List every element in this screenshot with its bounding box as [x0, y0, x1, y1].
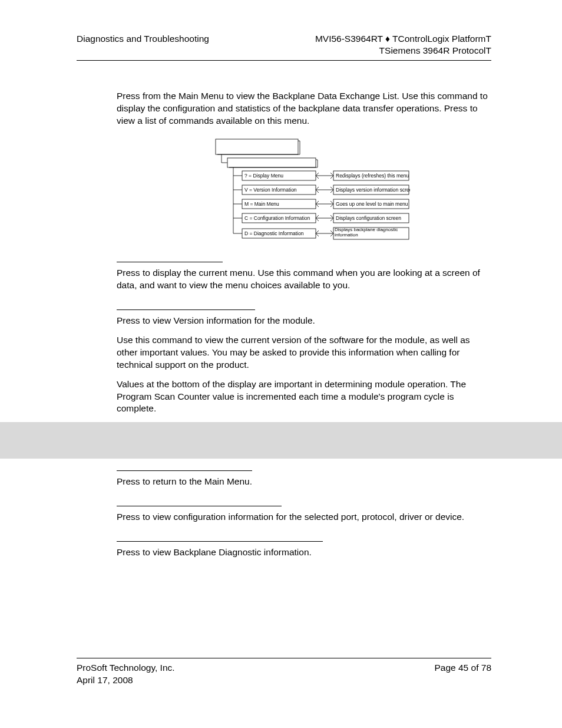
- highlighted-band: [0, 422, 562, 459]
- page-header: Diagnostics and Troubleshooting MVI56-S3…: [77, 33, 491, 61]
- footer-date: April 17, 2008: [77, 674, 175, 687]
- section-2a-text: Press to view Version information for th…: [117, 315, 491, 327]
- footer-company: ProSoft Technology, Inc.: [77, 662, 175, 674]
- menu-item-1-right: Displays version information screen: [336, 187, 410, 193]
- product-line-2: TSiemens 3964R ProtocolT: [315, 45, 491, 57]
- header-left: Diagnostics and Troubleshooting: [77, 33, 209, 45]
- section-rule-2: [117, 309, 255, 310]
- menu-item-0-right: Redisplays (refreshes) this menu: [336, 173, 409, 179]
- section-rule-5: [117, 541, 323, 542]
- body-content: Press from the Main Menu to view the Bac…: [77, 90, 491, 559]
- menu-diagram: ? = Display Menu Redisplays (refreshes) …: [117, 138, 491, 244]
- section-rule-1: [117, 262, 223, 262]
- product-line-1: MVI56-S3964RT ♦ TControlLogix PlatformT: [315, 33, 491, 45]
- page-footer: ProSoft Technology, Inc. April 17, 2008 …: [77, 658, 491, 687]
- svg-rect-0: [216, 139, 298, 154]
- menu-item-4-left: D = Diagnostic Information: [244, 230, 304, 236]
- section-1-text: Press to display the current menu. Use t…: [117, 267, 491, 292]
- section-2b-text: Use this command to view the current ver…: [117, 334, 491, 371]
- menu-item-0-left: ? = Display Menu: [244, 173, 283, 179]
- section-rule-3: [117, 470, 252, 471]
- section-3-text: Press to return to the Main Menu.: [117, 476, 491, 488]
- intro-paragraph: Press from the Main Menu to view the Bac…: [117, 90, 491, 127]
- section-5-text: Press to view Backplane Diagnostic infor…: [117, 546, 491, 559]
- header-right: MVI56-S3964RT ♦ TControlLogix PlatformT …: [315, 33, 491, 57]
- footer-left: ProSoft Technology, Inc. April 17, 2008: [77, 662, 175, 687]
- menu-item-2-right: Goes up one level to main menu: [336, 201, 408, 207]
- menu-item-3-right: Displays configuration screen: [336, 215, 401, 221]
- section-4-text: Press to view configuration information …: [117, 511, 491, 523]
- menu-item-4-right: Displays backplane diagnostic informatio…: [335, 228, 408, 238]
- section-2c-text: Values at the bottom of the display are …: [117, 378, 491, 416]
- menu-item-2-left: M = Main Menu: [244, 201, 279, 207]
- menu-item-1-left: V = Version Information: [244, 187, 297, 193]
- footer-page: Page 45 of 78: [434, 662, 491, 687]
- menu-item-3-left: C = Configuration Information: [244, 215, 310, 221]
- svg-rect-4: [227, 158, 316, 167]
- section-rule-4: [117, 506, 282, 506]
